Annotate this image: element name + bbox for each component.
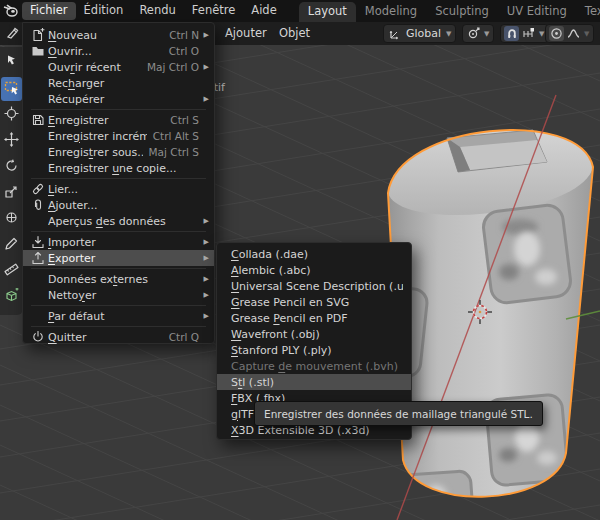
file-menu-item-label: Recharger [48,77,193,90]
transform-orientation-dropdown[interactable]: Global ▼ [383,24,456,43]
menubar-item-2[interactable]: Rendu [131,2,183,20]
menu-separator [23,229,214,234]
menu-separator [23,266,214,271]
file-menu-item-1[interactable]: Ouvrir...Ctrl O [23,43,214,59]
menubar-item-1[interactable]: Édition [76,2,132,20]
file-menu-item-16[interactable]: Par défaut▶ [23,308,214,324]
file-menu-item-label: Enregistrer incrémental [48,130,147,143]
file-menu-item-4[interactable]: Récupérer▶ [23,91,214,107]
save-icon [28,113,48,127]
submenu-arrow-icon: ▶ [201,254,209,262]
tool-shelf [0,47,23,315]
file-menu-item-14[interactable]: Données externes▶ [23,271,214,287]
tweak-select-icon [4,54,19,72]
workspace-tabs: LayoutModelingSculptingUV EditingTexture… [299,0,600,22]
annotate-tool-icon [4,236,19,254]
file-menu-item-label: Par défaut [48,310,193,323]
export-menu-item-0[interactable]: Collada (.dae) [217,246,411,262]
file-menu-item-label: Exporter [48,252,193,265]
file-menu-item-15[interactable]: Nettoyer▶ [23,287,214,303]
submenu-arrow-icon: ▶ [201,31,209,39]
file-menu-item-5[interactable]: EnregistrerCtrl S [23,112,214,128]
scale-tool-button[interactable] [1,181,22,205]
add-cube-tool-icon [4,288,19,306]
file-new-icon [28,28,48,42]
rotate-tool-button[interactable] [1,155,22,179]
export-menu-item-label: Collada (.dae) [231,248,403,261]
chevron-down-icon: ▼ [445,30,452,38]
shortcut-text: Ctrl N [169,29,199,41]
export-menu-item-label: Universal Scene Description (.usd*) [231,280,403,293]
blender-logo-icon[interactable] [0,0,22,22]
orientation-value: Global [404,27,443,40]
snapping-controls[interactable]: ▼ [500,24,549,43]
export-menu-item-6[interactable]: Stanford PLY (.ply) [217,342,411,358]
import-icon [28,235,48,249]
file-menu-dropdown: NouveauCtrl N▶Ouvrir...Ctrl OOuvrir réce… [22,22,215,344]
workspace-tab-4[interactable]: Texture Paint [576,2,600,23]
workspace-tab-2[interactable]: Sculpting [426,2,498,23]
submenu-arrow-icon: ▶ [201,217,209,225]
snap-increment-icon [521,26,536,41]
top-menu-bar: FichierÉditionRenduFenêtreAide LayoutMod… [0,0,600,22]
file-menu-item-10[interactable]: Ajouter... [23,197,214,213]
cursor-tool-button[interactable] [1,103,22,127]
cursor-tool-icon [4,106,19,124]
file-menu-item-0[interactable]: NouveauCtrl N▶ [23,27,214,43]
export-menu-item-label: Grease Pencil en PDF [231,312,403,325]
menu-separator [23,324,214,329]
file-menu-item-3[interactable]: Recharger [23,75,214,91]
shortcut-text: Maj Ctrl S [149,146,199,158]
editor-type-icon[interactable] [3,24,21,42]
file-menu-item-12[interactable]: Importer▶ [23,234,214,250]
export-menu-item-5[interactable]: Wavefront (.obj) [217,326,411,342]
export-menu-item-label: Alembic (.abc) [231,264,403,277]
proportional-editing-controls[interactable]: ▼ [545,24,594,43]
file-menu-item-7[interactable]: Enregistrer sous...Maj Ctrl S [23,144,214,160]
file-menu-item-label: Enregistrer [48,114,164,127]
pivot-point-dropdown[interactable]: ▼ [462,24,494,43]
file-menu-item-9[interactable]: Lier... [23,181,214,197]
file-menu-item-17[interactable]: QuitterCtrl Q [23,329,214,345]
file-menu-item-label: Nettoyer [48,289,193,302]
file-menu-item-label: Aperçus des données [48,215,193,228]
menubar-item-3[interactable]: Fenêtre [184,2,243,20]
menu-separator [23,303,214,308]
workspace-tab-1[interactable]: Modeling [356,2,426,23]
file-menu-item-13[interactable]: Exporter▶ [23,250,214,266]
file-menu-item-label: Ajouter... [48,199,193,212]
file-menu-item-label: Nouveau [48,29,163,42]
add-cube-tool-button[interactable] [1,285,22,309]
measure-tool-button[interactable] [1,259,22,283]
proportional-editing-icon[interactable] [549,26,564,41]
submenu-arrow-icon: ▶ [201,291,209,299]
shortcut-text: Ctrl S [170,114,199,126]
menubar-item-4[interactable]: Aide [243,2,284,20]
folder-icon [28,44,48,58]
move-tool-button[interactable] [1,129,22,153]
export-menu-item-3[interactable]: Grease Pencil en SVG [217,294,411,310]
menubar-item-0[interactable]: Fichier [22,2,76,20]
workspace-tab-0[interactable]: Layout [299,2,356,23]
snap-magnet-icon[interactable] [504,26,519,41]
annotate-tool-button[interactable] [1,233,22,257]
transform-tool-button[interactable] [1,207,22,231]
export-menu-item-4[interactable]: Grease Pencil en PDF [217,310,411,326]
tweak-select-button[interactable] [1,51,22,75]
export-icon [28,251,48,265]
file-menu-item-6[interactable]: Enregistrer incrémentalCtrl Alt S [23,128,214,144]
export-menu-item-label: Stl (.stl) [231,376,403,389]
ajouter-menu[interactable]: Ajouter [225,26,267,40]
chevron-down-icon: ▼ [483,30,490,38]
export-menu-item-1[interactable]: Alembic (.abc) [217,262,411,278]
select-box-button[interactable] [1,77,22,101]
export-menu-item-2[interactable]: Universal Scene Description (.usd*) [217,278,411,294]
file-menu-item-2[interactable]: Ouvrir récentMaj Ctrl O▶ [23,59,214,75]
export-menu-item-8[interactable]: Stl (.stl) [217,374,411,390]
workspace-tab-3[interactable]: UV Editing [498,2,576,23]
file-menu-item-11[interactable]: Aperçus des données▶ [23,213,214,229]
file-menu-item-8[interactable]: Enregistrer une copie... [23,160,214,176]
objet-menu[interactable]: Objet [279,26,310,40]
file-menu-item-label: Enregistrer sous... [48,146,143,159]
falloff-curve-icon [566,26,581,41]
